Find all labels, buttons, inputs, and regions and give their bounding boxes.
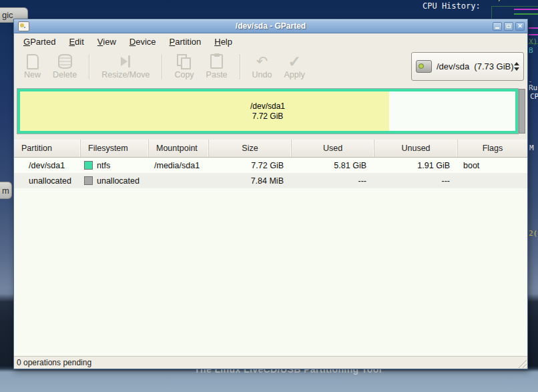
conky-graph-line <box>514 9 538 10</box>
cell-used: 5.81 GiB <box>292 158 374 173</box>
copy-icon <box>175 53 194 69</box>
status-text: 0 operations pending <box>17 358 91 367</box>
paste-label: Paste <box>206 70 228 79</box>
partition-name: /dev/sda1 <box>250 102 285 112</box>
conky-graph-line <box>514 13 538 15</box>
apply-button[interactable]: ✓Apply <box>278 50 310 83</box>
device-selector[interactable]: /dev/sda (7.73 GiB) <box>411 52 524 81</box>
taskbar-tab-m[interactable]: m <box>0 182 12 199</box>
spinner-arrows-icon <box>514 62 521 71</box>
disk-icon <box>416 60 432 73</box>
menu-device[interactable]: Device <box>123 34 163 49</box>
menu-partition[interactable]: Partition <box>163 34 208 49</box>
undo-button[interactable]: ↶Undo <box>246 50 278 83</box>
scrollbar-fragment <box>519 89 525 134</box>
cell-flags: boot <box>458 158 527 173</box>
partition-visual-label: /dev/sda1 7.72 GiB <box>250 102 285 122</box>
table-header: PartitionFilesystemMountpointSizeUsedUnu… <box>14 140 527 158</box>
cell-filesystem: unallocated <box>81 173 149 188</box>
toolbar-separator <box>89 54 89 79</box>
column-header-used[interactable]: Used <box>292 140 374 157</box>
conky-fragment: X) <box>529 38 537 45</box>
toolbar-buttons: NewDeleteResize/MoveCopyPaste↶Undo✓Apply <box>18 50 311 83</box>
conky-graph-line <box>529 34 538 35</box>
table-row[interactable]: /dev/sda1ntfs/media/sda17.72 GiB5.81 GiB… <box>14 158 527 173</box>
menu-view[interactable]: View <box>91 34 123 49</box>
cell-filesystem: ntfs <box>81 158 149 173</box>
menu-bar: GPartedEditViewDevicePartitionHelp <box>14 33 527 50</box>
delete-icon <box>57 53 73 69</box>
filesystem-label: ntfs <box>97 161 110 170</box>
resize-move-label: Resize/Move <box>101 70 150 79</box>
conky-fragment: 2( <box>529 230 537 237</box>
column-header-size[interactable]: Size <box>209 140 292 157</box>
undo-label: Undo <box>252 70 272 79</box>
resize-move-icon <box>117 53 133 69</box>
window-title: /dev/sda - GParted <box>14 21 527 31</box>
column-header-filesystem[interactable]: Filesystem <box>81 140 149 157</box>
cell-unused: --- <box>374 173 458 188</box>
partition-size: 7.72 GiB <box>250 112 285 122</box>
delete-label: Delete <box>53 70 77 79</box>
paste-button[interactable]: Paste <box>200 50 234 83</box>
new-icon <box>25 53 41 69</box>
conky-fragment: Ru <box>529 84 537 91</box>
copy-button[interactable]: Copy <box>168 50 200 83</box>
conky-fragment: M <box>529 144 534 152</box>
paste-icon <box>209 53 225 69</box>
cell-mountpoint: /media/sda1 <box>149 158 209 173</box>
cell-size: 7.72 GiB <box>209 158 292 173</box>
disk-visual-area: /dev/sda1 7.72 GiB <box>14 83 527 140</box>
toolbar-separator <box>240 54 240 79</box>
filesystem-color-swatch <box>84 161 93 170</box>
menu-gparted[interactable]: GParted <box>17 34 62 49</box>
conky-cpu-history-label: CPU History: <box>404 2 526 11</box>
used-fill <box>20 91 389 131</box>
cell-unused: 1.91 GiB <box>374 158 458 173</box>
conky-cpu-monitor: CPU Details:1833, 1833CPU History: <box>404 0 526 11</box>
new-button[interactable]: New <box>18 50 47 83</box>
conky-cpu-values: 1833, 1833 <box>478 0 526 2</box>
status-bar: 0 operations pending <box>14 356 527 369</box>
cell-mountpoint <box>149 173 209 188</box>
partition-visual-bar[interactable]: /dev/sda1 7.72 GiB <box>17 89 518 134</box>
desktop: CPU Details:1833, 1833CPU History: X)B- … <box>0 0 538 392</box>
filesystem-label: unallocated <box>97 176 140 186</box>
minimize-button[interactable] <box>493 22 502 31</box>
apply-icon: ✓ <box>286 53 302 69</box>
cell-partition: /dev/sda1 <box>14 158 81 173</box>
maximize-button[interactable] <box>504 22 513 31</box>
toolbar: NewDeleteResize/MoveCopyPaste↶Undo✓Apply… <box>14 50 527 83</box>
column-header-partition[interactable]: Partition <box>14 140 81 157</box>
close-button[interactable]: ✕ <box>515 22 525 31</box>
cell-partition: unallocated <box>14 173 81 188</box>
column-header-unused[interactable]: Unused <box>374 140 458 157</box>
copy-label: Copy <box>174 70 194 79</box>
partition-rows: /dev/sda1ntfs/media/sda17.72 GiB5.81 GiB… <box>14 158 527 356</box>
menu-edit[interactable]: Edit <box>62 34 90 49</box>
cell-flags <box>458 173 527 188</box>
column-header-mountpoint[interactable]: Mountpoint <box>149 140 209 157</box>
resize-grip[interactable] <box>517 359 527 368</box>
table-row[interactable]: unallocatedunallocated7.84 MiB------ <box>14 173 527 188</box>
conky-fragment: CP <box>530 93 538 100</box>
undo-icon: ↶ <box>254 53 270 69</box>
menu-help[interactable]: Help <box>208 34 239 49</box>
apply-label: Apply <box>284 70 304 79</box>
filesystem-color-swatch <box>84 176 93 185</box>
conky-fragment: B <box>529 47 533 54</box>
window-controls: ✕ <box>493 22 525 31</box>
cell-used: --- <box>292 173 374 188</box>
new-label: New <box>24 70 41 79</box>
delete-button[interactable]: Delete <box>47 50 83 83</box>
resize-move-button[interactable]: Resize/Move <box>95 50 156 83</box>
gparted-window: /dev/sda - GParted ✕ GPartedEditViewDevi… <box>13 19 528 369</box>
conky-graph-line <box>529 27 538 29</box>
title-bar[interactable]: /dev/sda - GParted ✕ <box>14 19 527 33</box>
toolbar-separator <box>162 54 162 79</box>
cell-size: 7.84 MiB <box>209 173 292 188</box>
column-header-flags[interactable]: Flags <box>458 140 527 157</box>
device-selector-value: /dev/sda (7.73 GiB) <box>437 61 514 71</box>
